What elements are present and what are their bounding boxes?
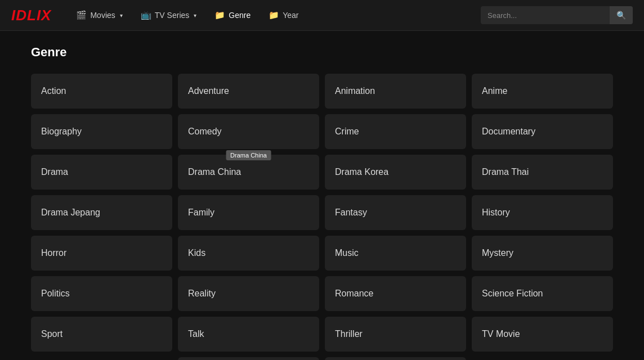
genre-label: Family: [188, 208, 214, 217]
genre-card[interactable]: Thriller: [325, 317, 466, 352]
navbar: IDLIX 🎬 Movies ▾ 📺 TV Series ▾ 📁 Genre 📁…: [0, 0, 644, 31]
nav-year[interactable]: 📁 Year: [261, 6, 306, 25]
genre-card[interactable]: Documentary: [472, 114, 613, 149]
genre-card[interactable]: Drama: [31, 155, 172, 190]
genre-label: Action: [41, 86, 66, 96]
genre-tooltip: Drama China: [226, 150, 271, 160]
genre-card[interactable]: Romance: [325, 276, 466, 311]
genre-label: Science Fiction: [482, 289, 543, 298]
genre-card[interactable]: History: [472, 195, 613, 230]
genre-empty-cell: [472, 357, 613, 360]
genre-label: Fantasy: [335, 208, 367, 217]
genre-card[interactable]: Fantasy: [325, 195, 466, 230]
genre-card[interactable]: Family: [178, 195, 319, 230]
search-input[interactable]: [481, 7, 610, 24]
genre-card[interactable]: Biography: [31, 114, 172, 149]
genre-card[interactable]: Drama Jepang: [31, 195, 172, 230]
page-title: Genre: [31, 45, 613, 60]
genre-card[interactable]: Politics: [31, 276, 172, 311]
genre-label: Talk: [188, 329, 204, 339]
genre-label: Drama China: [188, 167, 241, 177]
genre-label: Crime: [335, 127, 359, 136]
genre-card[interactable]: Crime: [325, 114, 466, 149]
genre-empty-cell: [31, 357, 172, 360]
genre-card[interactable]: Horror: [31, 236, 172, 271]
genre-card[interactable]: Reality: [178, 276, 319, 311]
app-logo: IDLIX: [11, 7, 51, 24]
genre-label: Drama Jepang: [41, 208, 100, 217]
genre-card[interactable]: TV Movie: [472, 317, 613, 352]
genre-label: Thriller: [335, 329, 363, 339]
nav-links: 🎬 Movies ▾ 📺 TV Series ▾ 📁 Genre 📁 Year: [68, 6, 481, 25]
genre-label: Mystery: [482, 248, 513, 258]
main-content: Genre ActionAdventureAnimationAnimeBiogr…: [0, 31, 644, 360]
search-container: 🔍: [481, 6, 633, 24]
search-button[interactable]: 🔍: [610, 6, 633, 24]
genre-icon: 📁: [214, 10, 225, 20]
tvseries-icon: 📺: [141, 10, 151, 20]
nav-movies[interactable]: 🎬 Movies ▾: [68, 6, 130, 25]
genre-label: Sport: [41, 329, 62, 339]
year-icon: 📁: [269, 10, 279, 20]
genre-label: Romance: [335, 289, 373, 298]
genre-label: Documentary: [482, 127, 535, 136]
genre-label: TV Movie: [482, 329, 520, 339]
nav-genre[interactable]: 📁 Genre: [207, 6, 258, 25]
genre-card[interactable]: Animation: [325, 74, 466, 109]
genre-card[interactable]: Music: [325, 236, 466, 271]
genre-label: Drama Thai: [482, 167, 529, 177]
movies-icon: 🎬: [76, 10, 87, 20]
genre-card[interactable]: Kids: [178, 236, 319, 271]
genre-card[interactable]: Western: [325, 357, 466, 360]
nav-movies-label: Movies: [90, 11, 115, 20]
tvseries-chevron-icon: ▾: [194, 12, 196, 19]
genre-card[interactable]: Sport: [31, 317, 172, 352]
nav-tvseries[interactable]: 📺 TV Series ▾: [133, 6, 204, 25]
genre-label: Drama: [41, 167, 68, 177]
genre-card[interactable]: Drama ChinaDrama China: [178, 155, 319, 190]
genre-label: Drama Korea: [335, 167, 388, 177]
genre-label: Kids: [188, 248, 205, 258]
nav-tvseries-label: TV Series: [155, 11, 189, 20]
nav-genre-label: Genre: [229, 11, 251, 20]
genre-label: History: [482, 208, 510, 217]
genre-label: Anime: [482, 86, 507, 96]
genre-label: Biography: [41, 127, 82, 136]
genre-card[interactable]: War: [178, 357, 319, 360]
genre-label: Adventure: [188, 86, 229, 96]
nav-year-label: Year: [283, 11, 298, 20]
genre-card[interactable]: Mystery: [472, 236, 613, 271]
genre-card[interactable]: Adventure: [178, 74, 319, 109]
genre-label: Horror: [41, 248, 66, 258]
genre-card[interactable]: Drama Thai: [472, 155, 613, 190]
genre-card[interactable]: Talk: [178, 317, 319, 352]
genre-card[interactable]: Drama Korea: [325, 155, 466, 190]
genre-grid: ActionAdventureAnimationAnimeBiographyCo…: [31, 74, 613, 360]
genre-card[interactable]: Comedy: [178, 114, 319, 149]
movies-chevron-icon: ▾: [120, 12, 123, 19]
genre-label: Music: [335, 248, 359, 258]
genre-label: Politics: [41, 289, 70, 298]
genre-card[interactable]: Science Fiction: [472, 276, 613, 311]
genre-card[interactable]: Action: [31, 74, 172, 109]
genre-label: Animation: [335, 86, 375, 96]
genre-label: Comedy: [188, 127, 222, 136]
genre-label: Reality: [188, 289, 216, 298]
genre-card[interactable]: Anime: [472, 74, 613, 109]
